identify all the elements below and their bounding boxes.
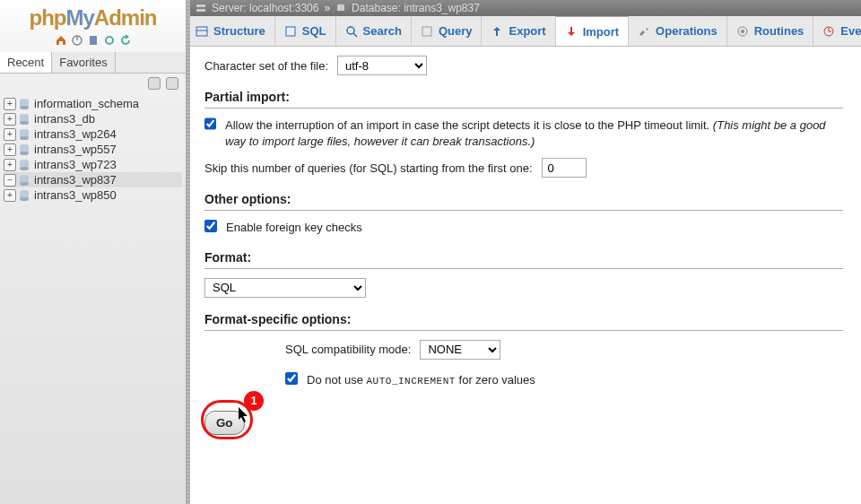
breadcrumb-sep: » — [324, 2, 330, 14]
sidebar-toolbar — [0, 74, 186, 96]
sql-compat-select[interactable]: NONE — [420, 340, 500, 360]
routines-icon — [736, 25, 749, 38]
logo-text-admin: Admin — [94, 5, 157, 30]
tree-item-wp557[interactable]: + intrans3_wp557 — [4, 142, 182, 157]
tree-item-wp850[interactable]: + intrans3_wp850 — [4, 187, 182, 203]
svg-rect-25 — [196, 9, 205, 12]
tree-label: intrans3_wp850 — [34, 188, 117, 202]
database-icon — [18, 128, 30, 141]
sidebar-tab-favorites[interactable]: Favorites — [52, 52, 115, 73]
no-autoinc-label: Do not use AUTO_INCREMENT for zero value… — [307, 372, 535, 388]
import-icon — [565, 25, 578, 38]
sql-compat-label: SQL compatibility mode: — [285, 343, 411, 356]
section-format: Format: — [204, 250, 843, 269]
plus-icon[interactable]: + — [4, 159, 16, 171]
database-icon — [18, 189, 30, 202]
annotation-badge: 1 — [244, 391, 264, 411]
tab-export[interactable]: Export — [482, 16, 555, 46]
foreign-key-label: Enable foreign key checks — [226, 220, 362, 236]
operations-icon — [638, 25, 650, 38]
structure-icon — [196, 25, 208, 38]
svg-point-17 — [20, 167, 29, 170]
tree-item-intrans3-db[interactable]: + intrans3_db — [4, 111, 182, 126]
tree-label: intrans3_wp723 — [34, 158, 117, 171]
tree-label: information_schema — [34, 97, 139, 110]
server-icon — [196, 3, 206, 13]
svg-point-23 — [20, 197, 29, 201]
minus-icon[interactable]: − — [4, 174, 16, 187]
tree-label: intrans3_wp557 — [34, 143, 117, 156]
home-icon[interactable] — [55, 34, 67, 47]
svg-line-32 — [353, 33, 357, 37]
plus-icon[interactable]: + — [4, 189, 16, 202]
plus-icon[interactable]: + — [4, 143, 16, 156]
plus-icon[interactable]: + — [4, 128, 16, 141]
breadcrumb: Server: localhost:3306 » Database: intra… — [187, 0, 861, 16]
tab-sql[interactable]: SQL — [275, 16, 336, 46]
events-icon — [822, 25, 835, 38]
tab-operations[interactable]: Operations — [629, 16, 727, 46]
section-format-specific: Format-specific options: — [204, 312, 843, 331]
format-select[interactable]: SQL — [204, 278, 366, 298]
sql-icon — [284, 25, 297, 38]
section-partial-import: Partial import: — [204, 90, 843, 109]
svg-point-2 — [106, 37, 113, 44]
tab-events[interactable]: Events — [813, 16, 861, 46]
tree-label: intrans3_db — [34, 112, 95, 126]
database-icon — [18, 98, 30, 110]
svg-rect-33 — [422, 27, 431, 36]
logout-icon[interactable] — [71, 34, 83, 47]
collapse-icon[interactable] — [148, 77, 161, 90]
foreign-key-checkbox[interactable] — [204, 220, 217, 232]
svg-rect-1 — [90, 36, 97, 45]
docs-icon[interactable] — [87, 34, 100, 47]
database-icon — [335, 3, 346, 13]
tab-import[interactable]: Import — [556, 16, 629, 46]
charset-select[interactable]: utf-8 — [337, 56, 427, 75]
sidebar-tabs: Recent Favorites — [0, 52, 186, 74]
tree-item-wp723[interactable]: + intrans3_wp723 — [4, 157, 182, 172]
charset-label: Character set of the file: — [204, 59, 328, 73]
sidebar: phpMyAdmin Recent Favorites + informatio… — [0, 0, 187, 504]
sidebar-tab-recent[interactable]: Recent — [0, 52, 52, 73]
pma-logo: phpMyAdmin — [0, 0, 186, 32]
main-tabs: Structure SQL Search Query Export Import… — [187, 16, 861, 47]
allow-interrupt-checkbox[interactable] — [204, 117, 216, 130]
reload-icon[interactable] — [119, 34, 132, 47]
svg-point-31 — [347, 27, 354, 34]
tree-item-wp264[interactable]: + intrans3_wp264 — [4, 126, 182, 142]
search-icon — [345, 25, 358, 38]
svg-point-5 — [20, 106, 29, 109]
tab-structure[interactable]: Structure — [187, 16, 275, 46]
db-tree: + information_schema + intrans3_db + int… — [0, 96, 186, 203]
tab-search[interactable]: Search — [336, 16, 412, 46]
section-other-options: Other options: — [204, 192, 843, 211]
breadcrumb-server-link[interactable]: Server: localhost:3306 — [212, 2, 318, 14]
logo-text-php: php — [30, 5, 66, 30]
svg-point-8 — [20, 121, 29, 125]
svg-rect-27 — [337, 5, 344, 11]
query-icon — [421, 25, 433, 38]
main: Server: localhost:3306 » Database: intra… — [187, 0, 861, 504]
plus-icon[interactable]: + — [4, 98, 16, 110]
tree-label: intrans3_wp264 — [34, 127, 117, 141]
svg-point-20 — [20, 182, 29, 186]
svg-rect-30 — [286, 27, 295, 36]
go-button[interactable]: Go — [204, 411, 245, 435]
export-icon — [491, 25, 503, 38]
database-icon — [18, 113, 30, 126]
link-icon[interactable] — [166, 77, 178, 90]
logo-text-my: My — [65, 5, 93, 30]
skip-queries-input[interactable] — [542, 158, 587, 178]
tab-routines[interactable]: Routines — [727, 16, 814, 46]
tab-query[interactable]: Query — [412, 16, 483, 46]
breadcrumb-db-link[interactable]: Database: intrans3_wp837 — [352, 2, 480, 14]
svg-point-14 — [20, 152, 29, 155]
no-autoinc-checkbox[interactable] — [285, 372, 298, 385]
settings-icon[interactable] — [103, 34, 116, 47]
tree-item-wp837[interactable]: − intrans3_wp837 — [4, 172, 182, 187]
plus-icon[interactable]: + — [4, 113, 16, 126]
svg-point-11 — [20, 136, 29, 140]
tree-item-information-schema[interactable]: + information_schema — [4, 96, 182, 111]
tree-label: intrans3_wp837 — [34, 173, 117, 187]
